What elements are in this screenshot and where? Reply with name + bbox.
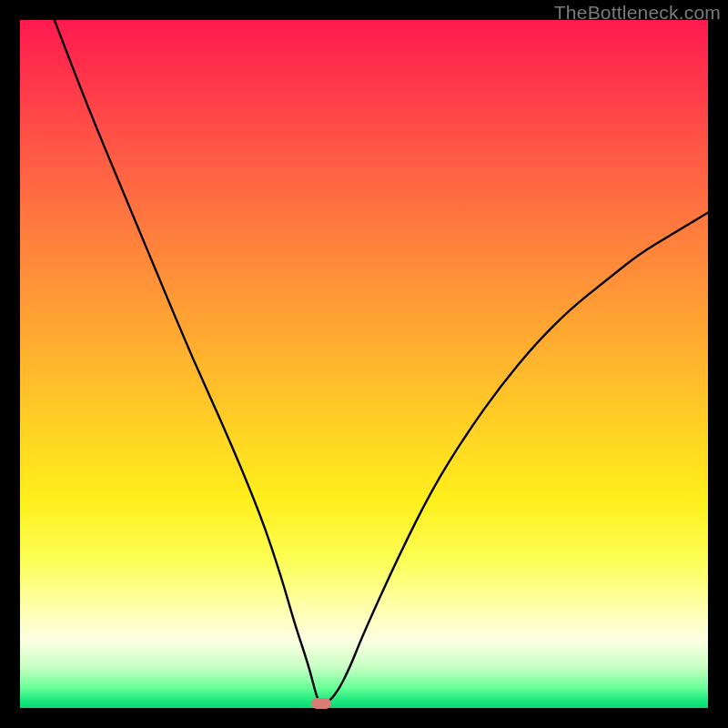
plot-area: [20, 20, 708, 708]
optimum-marker: [311, 698, 331, 709]
watermark-text: TheBottleneck.com: [554, 2, 721, 24]
bottleneck-curve: [20, 20, 708, 708]
chart-frame: TheBottleneck.com: [0, 0, 728, 728]
